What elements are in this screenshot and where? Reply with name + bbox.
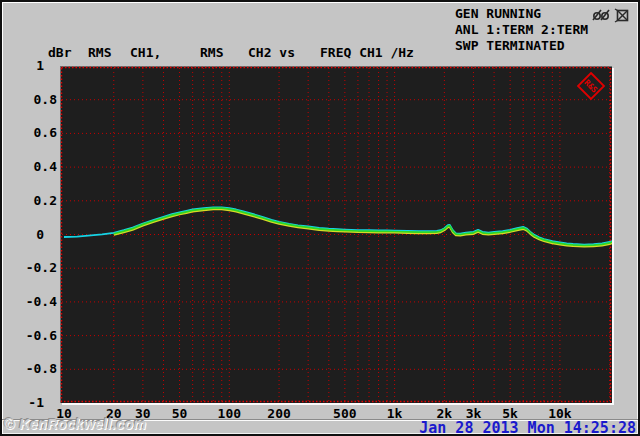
y-axis-unit: dBr [48,45,71,60]
y-tick-label: -0.4 [26,294,57,310]
plot-area: R&S [60,66,612,403]
trace-ch1 [64,207,612,244]
y-tick-label: 0.2 [34,193,57,209]
status-icons [592,8,631,23]
frequency-response-chart: R&S [60,66,612,403]
trace1-detector-label: RMS [88,45,111,60]
status-sweep: SWP TERMINATED [455,38,588,54]
datetime-label: Jan 28 2013 Mon 14:25:28 [419,419,636,436]
trace2-channel-label: CH2 vs [248,45,295,60]
rs-logo: R&S [578,73,604,99]
status-generator: GEN RUNNING [455,6,588,22]
y-tick-label: -0.6 [26,328,57,344]
trace2-detector-label: RMS [200,45,223,60]
watermark: © KenRockwell.com [4,416,147,432]
x-axis-label: FREQ CH1 /Hz [320,45,414,60]
status-analyzer: ANL 1:TERM 2:TERM [455,22,588,38]
y-tick-label: 0 [36,227,44,243]
monitor-disabled-icon [614,8,631,23]
y-tick-label: -1 [28,395,44,411]
plot-border [62,68,611,402]
y-tick-label: -0.8 [26,361,57,377]
y-tick-label: 1 [36,58,44,74]
keyboard-disabled-icon [592,8,610,23]
trace-ch2-fringe [114,209,612,246]
y-tick-label: 0.6 [34,125,57,141]
y-tick-label: -0.2 [26,260,57,276]
y-tick-label: 0.4 [34,159,57,175]
y-tick-label: 0.8 [34,92,57,108]
trace-ch2 [114,208,612,245]
analyzer-screen: GEN RUNNING ANL 1:TERM 2:TERM SWP TERMIN… [0,0,640,436]
status-panel: GEN RUNNING ANL 1:TERM 2:TERM SWP TERMIN… [455,6,588,54]
trace1-channel-label: CH1, [130,45,161,60]
